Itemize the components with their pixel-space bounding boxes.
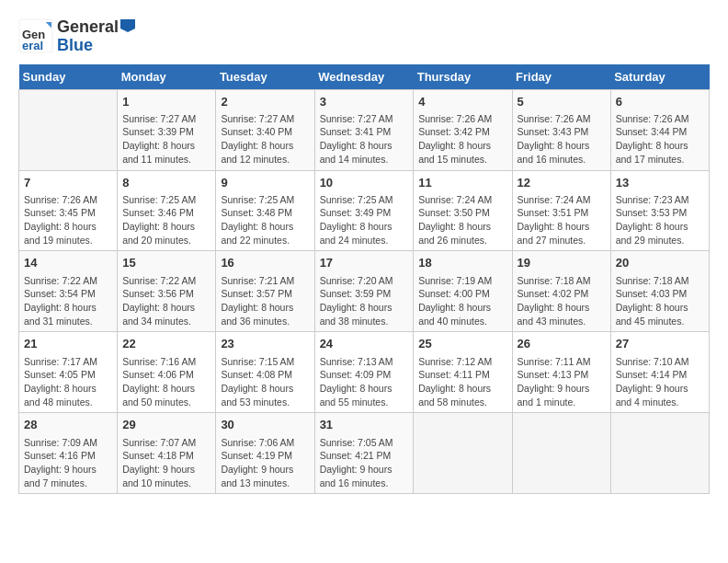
calendar-cell: [512, 413, 610, 494]
day-info: Sunrise: 7:25 AM Sunset: 3:49 PM Dayligh…: [320, 193, 409, 247]
calendar-week-row: 28Sunrise: 7:09 AM Sunset: 4:16 PM Dayli…: [19, 413, 710, 494]
day-info: Sunrise: 7:27 AM Sunset: 3:40 PM Dayligh…: [221, 112, 309, 167]
calendar-cell: 23Sunrise: 7:15 AM Sunset: 4:08 PM Dayli…: [216, 332, 314, 413]
flag-shape: [120, 19, 135, 32]
day-info: Sunrise: 7:15 AM Sunset: 4:08 PM Dayligh…: [221, 355, 309, 409]
svg-marker-5: [120, 19, 135, 32]
calendar-cell: 8Sunrise: 7:25 AM Sunset: 3:46 PM Daylig…: [118, 170, 216, 251]
day-info: Sunrise: 7:26 AM Sunset: 3:45 PM Dayligh…: [24, 193, 112, 247]
day-info: Sunrise: 7:25 AM Sunset: 3:46 PM Dayligh…: [122, 193, 210, 247]
calendar-week-row: 7Sunrise: 7:26 AM Sunset: 3:45 PM Daylig…: [19, 170, 710, 251]
calendar-cell: 30Sunrise: 7:06 AM Sunset: 4:19 PM Dayli…: [216, 413, 314, 494]
day-number: 21: [24, 336, 112, 352]
day-info: Sunrise: 7:25 AM Sunset: 3:48 PM Dayligh…: [221, 193, 309, 247]
day-info: Sunrise: 7:19 AM Sunset: 4:00 PM Dayligh…: [418, 274, 506, 328]
day-info: Sunrise: 7:20 AM Sunset: 3:59 PM Dayligh…: [320, 274, 409, 328]
day-info: Sunrise: 7:18 AM Sunset: 4:03 PM Dayligh…: [616, 274, 704, 328]
day-number: 8: [122, 175, 210, 191]
day-number: 28: [24, 417, 112, 433]
day-header-saturday: Saturday: [610, 64, 709, 90]
day-info: Sunrise: 7:11 AM Sunset: 4:13 PM Dayligh…: [518, 355, 606, 409]
logo: Gen eral General Blue: [18, 18, 135, 55]
day-number: 4: [418, 94, 506, 110]
day-info: Sunrise: 7:06 AM Sunset: 4:19 PM Dayligh…: [221, 436, 309, 490]
day-header-friday: Friday: [512, 64, 610, 90]
day-number: 3: [320, 94, 409, 110]
day-number: 2: [221, 94, 309, 110]
day-number: 1: [122, 94, 210, 110]
calendar-cell: 16Sunrise: 7:21 AM Sunset: 3:57 PM Dayli…: [216, 251, 314, 332]
day-number: 31: [320, 417, 409, 433]
day-number: 22: [122, 336, 210, 352]
calendar-cell: 19Sunrise: 7:18 AM Sunset: 4:02 PM Dayli…: [512, 251, 610, 332]
calendar-week-row: 1Sunrise: 7:27 AM Sunset: 3:39 PM Daylig…: [19, 89, 710, 170]
day-info: Sunrise: 7:07 AM Sunset: 4:18 PM Dayligh…: [122, 436, 210, 490]
day-header-wednesday: Wednesday: [314, 64, 414, 90]
day-number: 11: [418, 175, 506, 191]
logo-blue-text: Blue: [57, 37, 135, 55]
day-number: 24: [320, 336, 409, 352]
logo-svg: Gen eral: [18, 18, 53, 53]
calendar-cell: 17Sunrise: 7:20 AM Sunset: 3:59 PM Dayli…: [314, 251, 414, 332]
calendar-cell: 28Sunrise: 7:09 AM Sunset: 4:16 PM Dayli…: [19, 413, 118, 494]
day-number: 19: [518, 255, 606, 271]
calendar-cell: 26Sunrise: 7:11 AM Sunset: 4:13 PM Dayli…: [512, 332, 610, 413]
day-number: 15: [122, 255, 210, 271]
calendar-cell: 24Sunrise: 7:13 AM Sunset: 4:09 PM Dayli…: [314, 332, 414, 413]
day-info: Sunrise: 7:24 AM Sunset: 3:51 PM Dayligh…: [518, 193, 606, 247]
calendar-cell: 27Sunrise: 7:10 AM Sunset: 4:14 PM Dayli…: [610, 332, 709, 413]
calendar-cell: 20Sunrise: 7:18 AM Sunset: 4:03 PM Dayli…: [610, 251, 709, 332]
day-info: Sunrise: 7:27 AM Sunset: 3:41 PM Dayligh…: [320, 112, 409, 167]
day-number: 10: [320, 175, 409, 191]
day-number: 12: [518, 175, 606, 191]
day-number: 26: [518, 336, 606, 352]
page-header: Gen eral General Blue: [18, 18, 710, 55]
calendar-cell: 3Sunrise: 7:27 AM Sunset: 3:41 PM Daylig…: [314, 89, 414, 170]
calendar-cell: 10Sunrise: 7:25 AM Sunset: 3:49 PM Dayli…: [314, 170, 414, 251]
day-info: Sunrise: 7:24 AM Sunset: 3:50 PM Dayligh…: [418, 193, 506, 247]
day-info: Sunrise: 7:10 AM Sunset: 4:14 PM Dayligh…: [616, 355, 704, 409]
calendar-cell: 1Sunrise: 7:27 AM Sunset: 3:39 PM Daylig…: [118, 89, 216, 170]
calendar-header-row: SundayMondayTuesdayWednesdayThursdayFrid…: [19, 64, 710, 90]
day-header-tuesday: Tuesday: [216, 64, 314, 90]
day-number: 30: [221, 417, 309, 433]
day-number: 7: [24, 175, 112, 191]
calendar-cell: 18Sunrise: 7:19 AM Sunset: 4:00 PM Dayli…: [414, 251, 512, 332]
day-info: Sunrise: 7:18 AM Sunset: 4:02 PM Dayligh…: [518, 274, 606, 328]
day-header-monday: Monday: [118, 64, 216, 90]
day-number: 9: [221, 175, 309, 191]
calendar-cell: 2Sunrise: 7:27 AM Sunset: 3:40 PM Daylig…: [216, 89, 314, 170]
day-info: Sunrise: 7:23 AM Sunset: 3:53 PM Dayligh…: [616, 193, 704, 247]
calendar-cell: 22Sunrise: 7:16 AM Sunset: 4:06 PM Dayli…: [118, 332, 216, 413]
calendar-cell: 5Sunrise: 7:26 AM Sunset: 3:43 PM Daylig…: [512, 89, 610, 170]
day-number: 5: [518, 94, 606, 110]
day-number: 20: [616, 255, 704, 271]
calendar-cell: [19, 89, 118, 170]
calendar-cell: 6Sunrise: 7:26 AM Sunset: 3:44 PM Daylig…: [610, 89, 709, 170]
day-info: Sunrise: 7:21 AM Sunset: 3:57 PM Dayligh…: [221, 274, 309, 328]
calendar-cell: 7Sunrise: 7:26 AM Sunset: 3:45 PM Daylig…: [19, 170, 118, 251]
calendar-cell: 15Sunrise: 7:22 AM Sunset: 3:56 PM Dayli…: [118, 251, 216, 332]
calendar-cell: 4Sunrise: 7:26 AM Sunset: 3:42 PM Daylig…: [414, 89, 512, 170]
logo-general: General: [57, 18, 135, 37]
day-info: Sunrise: 7:22 AM Sunset: 3:54 PM Dayligh…: [24, 274, 112, 328]
day-info: Sunrise: 7:27 AM Sunset: 3:39 PM Dayligh…: [122, 112, 210, 167]
day-info: Sunrise: 7:13 AM Sunset: 4:09 PM Dayligh…: [320, 355, 409, 409]
day-number: 18: [418, 255, 506, 271]
day-number: 17: [320, 255, 409, 271]
calendar-cell: 21Sunrise: 7:17 AM Sunset: 4:05 PM Dayli…: [19, 332, 118, 413]
day-number: 13: [616, 175, 704, 191]
day-info: Sunrise: 7:22 AM Sunset: 3:56 PM Dayligh…: [122, 274, 210, 328]
calendar-cell: 12Sunrise: 7:24 AM Sunset: 3:51 PM Dayli…: [512, 170, 610, 251]
day-number: 16: [221, 255, 309, 271]
calendar-cell: 13Sunrise: 7:23 AM Sunset: 3:53 PM Dayli…: [610, 170, 709, 251]
calendar-cell: 14Sunrise: 7:22 AM Sunset: 3:54 PM Dayli…: [19, 251, 118, 332]
calendar-cell: 25Sunrise: 7:12 AM Sunset: 4:11 PM Dayli…: [414, 332, 512, 413]
day-info: Sunrise: 7:26 AM Sunset: 3:43 PM Dayligh…: [518, 112, 606, 167]
day-info: Sunrise: 7:17 AM Sunset: 4:05 PM Dayligh…: [24, 355, 112, 409]
day-info: Sunrise: 7:16 AM Sunset: 4:06 PM Dayligh…: [122, 355, 210, 409]
calendar-table: SundayMondayTuesdayWednesdayThursdayFrid…: [18, 64, 710, 495]
day-info: Sunrise: 7:09 AM Sunset: 4:16 PM Dayligh…: [24, 436, 112, 490]
day-number: 25: [418, 336, 506, 352]
day-number: 6: [616, 94, 704, 110]
